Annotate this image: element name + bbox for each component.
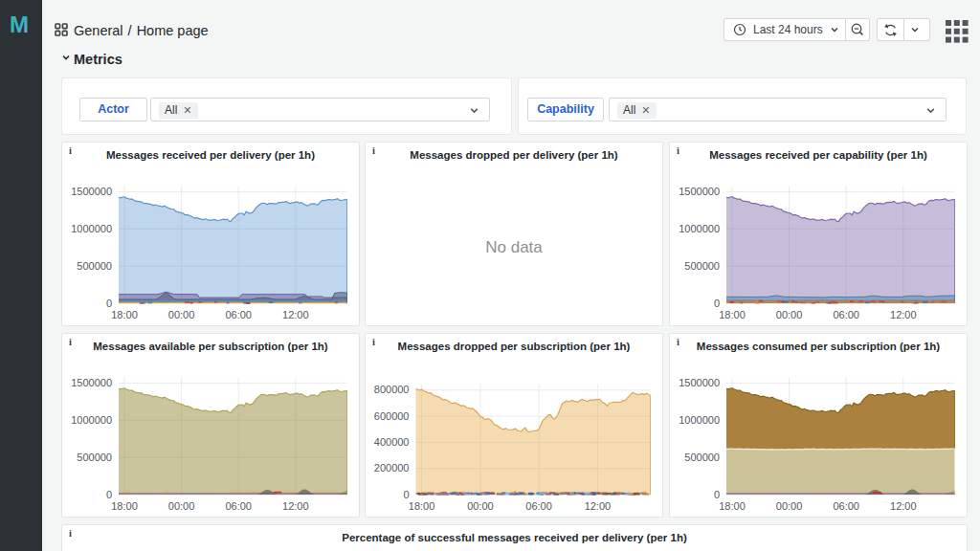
svg-text:600000: 600000 <box>374 410 410 422</box>
svg-text:0: 0 <box>403 489 409 500</box>
svg-text:18:00: 18:00 <box>111 500 138 512</box>
svg-text:12:00: 12:00 <box>282 500 309 512</box>
svg-text:0: 0 <box>106 489 112 500</box>
svg-text:06:00: 06:00 <box>833 309 859 320</box>
svg-text:12:00: 12:00 <box>890 309 917 320</box>
svg-text:1000000: 1000000 <box>679 223 720 234</box>
svg-text:00:00: 00:00 <box>776 500 803 512</box>
svg-text:00:00: 00:00 <box>168 500 195 512</box>
svg-text:500000: 500000 <box>684 260 720 272</box>
svg-text:M: M <box>10 12 29 35</box>
svg-text:18:00: 18:00 <box>409 500 435 512</box>
svg-text:00:00: 00:00 <box>168 309 195 320</box>
svg-text:500000: 500000 <box>77 452 112 463</box>
svg-text:00:00: 00:00 <box>467 500 494 512</box>
svg-text:800000: 800000 <box>374 384 410 395</box>
svg-text:12:00: 12:00 <box>282 309 309 320</box>
svg-text:00:00: 00:00 <box>776 309 803 320</box>
svg-text:0: 0 <box>714 489 720 500</box>
svg-text:1000000: 1000000 <box>71 223 112 234</box>
svg-text:0: 0 <box>714 298 720 309</box>
svg-text:500000: 500000 <box>77 260 112 272</box>
svg-text:400000: 400000 <box>374 436 410 448</box>
svg-text:18:00: 18:00 <box>719 309 746 320</box>
svg-text:1500000: 1500000 <box>679 377 720 388</box>
svg-text:1500000: 1500000 <box>679 186 720 197</box>
svg-text:12:00: 12:00 <box>585 500 612 512</box>
svg-text:18:00: 18:00 <box>111 309 138 320</box>
svg-text:0: 0 <box>106 298 112 309</box>
svg-text:12:00: 12:00 <box>890 500 917 512</box>
svg-text:18:00: 18:00 <box>719 500 746 512</box>
svg-text:500000: 500000 <box>684 452 720 463</box>
svg-text:1500000: 1500000 <box>71 377 112 388</box>
svg-text:06:00: 06:00 <box>525 500 552 512</box>
svg-text:1000000: 1000000 <box>71 414 112 426</box>
svg-text:06:00: 06:00 <box>833 500 859 512</box>
svg-text:1000000: 1000000 <box>679 414 720 426</box>
svg-text:06:00: 06:00 <box>225 309 252 320</box>
svg-text:1500000: 1500000 <box>71 186 112 197</box>
svg-text:200000: 200000 <box>374 462 410 474</box>
svg-text:06:00: 06:00 <box>225 500 252 512</box>
